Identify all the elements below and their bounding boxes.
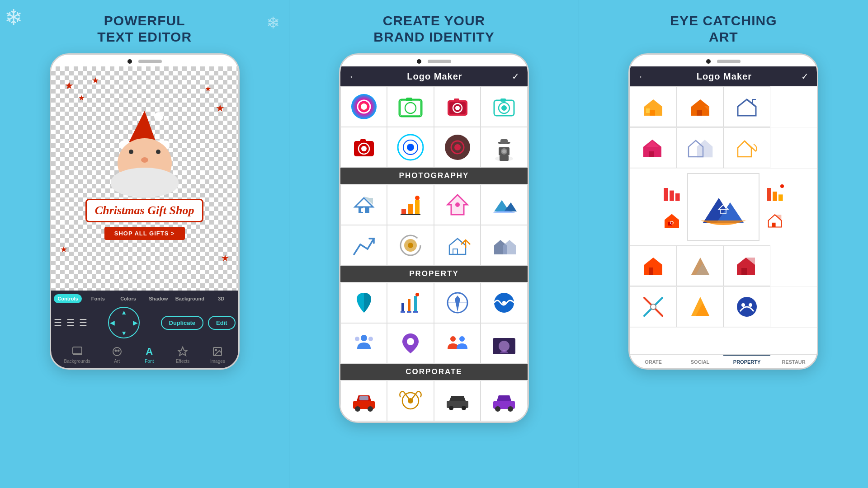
dpad-left-arrow[interactable]: ◀: [110, 319, 115, 326]
logo-cell[interactable]: [677, 286, 724, 327]
star-decoration: ★: [216, 103, 225, 114]
logo-cell[interactable]: [387, 282, 434, 323]
svg-marker-100: [738, 99, 756, 116]
logo-cell[interactable]: [677, 245, 724, 286]
tab-orate[interactable]: ORATE: [630, 355, 677, 368]
logo-cell[interactable]: [434, 184, 481, 225]
dpad-down-arrow[interactable]: ▼: [121, 329, 127, 337]
align-center-icon[interactable]: ☰: [66, 317, 75, 328]
side-logo-right-top[interactable]: [763, 182, 787, 205]
bottom-navigation: Backgrounds Art A: [54, 343, 236, 364]
check-icon-mid[interactable]: ✓: [512, 71, 519, 82]
dpad-right-arrow[interactable]: ▶: [133, 319, 138, 326]
side-logo-right-bottom[interactable]: [763, 209, 787, 232]
logo-cell[interactable]: [481, 282, 528, 323]
tab-social[interactable]: SOCIAL: [677, 355, 724, 368]
back-icon-right[interactable]: ←: [638, 71, 647, 82]
svg-point-93: [508, 406, 513, 412]
logo-cell[interactable]: [481, 225, 528, 266]
logo-cell[interactable]: [387, 380, 434, 421]
logo-cell[interactable]: [630, 245, 677, 286]
nav-effects[interactable]: Effects: [176, 346, 189, 364]
logo-cell[interactable]: [434, 380, 481, 421]
svg-rect-63: [401, 311, 405, 313]
logo-cell[interactable]: [340, 225, 387, 266]
side-logo-left-bottom[interactable]: [660, 209, 684, 232]
tab-property[interactable]: PROPERTY: [723, 355, 770, 368]
svg-point-92: [495, 406, 500, 412]
nav-art[interactable]: Art: [111, 346, 123, 364]
check-icon-right[interactable]: ✓: [801, 71, 809, 82]
nav-images[interactable]: Images: [210, 346, 225, 364]
svg-point-22: [501, 105, 507, 111]
duplicate-button[interactable]: Duplicate: [161, 316, 204, 330]
speaker-right: [717, 60, 741, 63]
svg-rect-1: [73, 353, 82, 355]
logo-cell[interactable]: [723, 86, 770, 127]
tab-shadow[interactable]: Shadow: [144, 294, 173, 303]
tab-controls[interactable]: Controls: [54, 294, 82, 303]
logo-cell[interactable]: [434, 323, 481, 364]
logo-cell[interactable]: [340, 127, 387, 168]
svg-rect-48: [415, 200, 420, 215]
logo-cell[interactable]: [723, 286, 770, 327]
tab-background[interactable]: Background: [175, 294, 205, 303]
svg-point-75: [355, 337, 359, 341]
logo-cell[interactable]: [387, 86, 434, 127]
logo-cell[interactable]: [340, 86, 387, 127]
logo-cell[interactable]: [677, 127, 724, 168]
logo-cell[interactable]: [481, 86, 528, 127]
tab-colors[interactable]: Colors: [114, 294, 142, 303]
tab-fonts[interactable]: Fonts: [84, 294, 112, 303]
logo-cell[interactable]: [387, 225, 434, 266]
logo-cell[interactable]: [434, 86, 481, 127]
nav-font[interactable]: A Font: [143, 346, 155, 364]
edit-button[interactable]: Edit: [208, 316, 236, 330]
svg-point-73: [502, 301, 506, 305]
logo-cell[interactable]: [387, 127, 434, 168]
logo-cell[interactable]: [340, 323, 387, 364]
tab-3d[interactable]: 3D: [207, 294, 236, 303]
action-buttons: Duplicate Edit: [161, 316, 236, 330]
logo-cell[interactable]: [630, 127, 677, 168]
svg-point-122: [780, 184, 784, 188]
svg-point-7: [215, 349, 217, 351]
logo-cell[interactable]: [481, 323, 528, 364]
app-title-right: Logo Maker: [697, 71, 752, 82]
logo-cell[interactable]: [434, 225, 481, 266]
align-right-icon[interactable]: ☰: [79, 317, 87, 328]
svg-point-50: [415, 196, 420, 200]
logo-scroll-mid[interactable]: PHOTOGRAPHY: [340, 86, 528, 422]
logo-cell[interactable]: [630, 286, 677, 327]
back-icon-mid[interactable]: ←: [349, 71, 358, 82]
directional-pad[interactable]: ▲ ▼ ◀ ▶: [108, 307, 140, 338]
main-selected-logo[interactable]: [687, 173, 760, 241]
camera-dot-mid: [417, 59, 421, 64]
logo-cell[interactable]: [481, 127, 528, 168]
left-panel-heading: POWERFUL TEXT EDITOR: [97, 13, 192, 45]
logo-cell[interactable]: [434, 127, 481, 168]
shop-button[interactable]: SHOP ALL GIFTS >: [104, 227, 185, 240]
svg-rect-0: [73, 347, 82, 354]
logo-cell[interactable]: [723, 245, 770, 286]
logo-scroll-right[interactable]: [630, 86, 817, 354]
logo-cell[interactable]: [387, 323, 434, 364]
nav-backgrounds[interactable]: Backgrounds: [64, 346, 90, 364]
svg-rect-64: [401, 303, 404, 311]
align-left-icon[interactable]: ☰: [54, 317, 62, 328]
svg-rect-85: [359, 396, 368, 400]
logo-cell[interactable]: [723, 127, 770, 168]
tab-restaur[interactable]: RESTAUR: [770, 355, 817, 368]
logo-cell[interactable]: [481, 380, 528, 421]
logo-cell[interactable]: [434, 282, 481, 323]
logo-cell[interactable]: [677, 86, 724, 127]
logo-cell[interactable]: [340, 184, 387, 225]
logo-cell[interactable]: [630, 86, 677, 127]
side-logo-left-top[interactable]: [660, 182, 684, 205]
logo-cell[interactable]: [387, 184, 434, 225]
logo-cell[interactable]: [340, 282, 387, 323]
logo-cell[interactable]: [340, 380, 387, 421]
logo-cell[interactable]: [481, 184, 528, 225]
dpad-up-arrow[interactable]: ▲: [121, 309, 127, 316]
svg-rect-46: [401, 209, 406, 215]
